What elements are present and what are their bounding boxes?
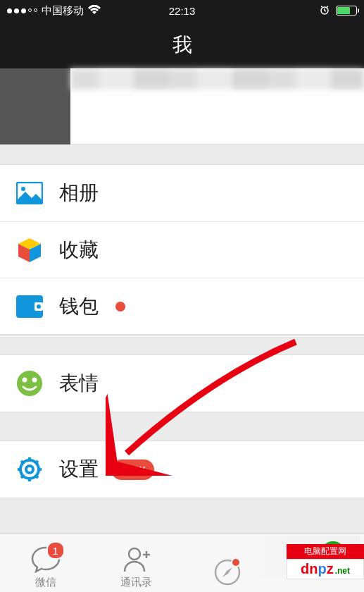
menu-item-album[interactable]: 相册 <box>0 165 364 221</box>
notification-dot-icon <box>115 302 125 312</box>
svg-point-11 <box>129 548 140 560</box>
status-left: 中国移动 <box>7 4 101 18</box>
menu-label: 设置 <box>59 456 99 483</box>
watermark-top: 电脑配置网 <box>287 544 364 559</box>
svg-point-8 <box>32 378 37 383</box>
new-badge: new <box>111 460 154 480</box>
svg-point-7 <box>23 378 27 383</box>
menu-group-3: 设置 new <box>0 440 364 498</box>
tab-label: 通讯录 <box>120 576 152 589</box>
nav-header: 我 <box>0 21 364 68</box>
avatar <box>0 68 70 144</box>
menu-label: 钱包 <box>59 293 99 320</box>
alarm-icon <box>319 4 330 18</box>
watermark: 电脑配置网 dn p z .net <box>287 544 364 579</box>
menu-label: 相册 <box>59 180 99 206</box>
menu-group-1: 相册 收藏 钱包 <box>0 164 364 335</box>
contacts-icon <box>122 544 151 574</box>
menu-label: 收藏 <box>59 237 99 264</box>
status-bar: 中国移动 22:13 <box>0 0 364 21</box>
tab-contacts[interactable]: 通讯录 <box>91 534 182 592</box>
battery-icon <box>336 6 357 16</box>
status-right <box>319 4 357 18</box>
profile-info <box>70 68 364 90</box>
carrier-label: 中国移动 <box>42 4 84 18</box>
profile-row[interactable] <box>0 68 364 144</box>
clock-label: 22:13 <box>169 5 196 17</box>
image-icon <box>15 179 44 207</box>
menu-item-wallet[interactable]: 钱包 <box>0 278 364 334</box>
signal-icon <box>7 8 37 13</box>
cube-icon <box>15 236 44 264</box>
svg-point-6 <box>17 371 42 396</box>
menu-item-settings[interactable]: 设置 new <box>0 441 364 498</box>
menu-item-stickers[interactable]: 表情 <box>0 355 364 412</box>
tab-chats[interactable]: 1 微信 <box>0 534 91 592</box>
svg-point-5 <box>37 304 41 309</box>
gear-icon <box>15 455 44 483</box>
menu-group-2: 表情 <box>0 354 364 412</box>
badge-count: 1 <box>46 541 65 560</box>
svg-point-10 <box>26 466 33 473</box>
smiley-icon <box>15 369 44 397</box>
tab-label: 微信 <box>35 576 56 589</box>
watermark-bottom: dn p z .net <box>287 559 364 579</box>
menu-item-favorites[interactable]: 收藏 <box>0 221 364 278</box>
svg-point-2 <box>21 187 25 191</box>
page-title: 我 <box>172 32 192 58</box>
chat-bubble-icon: 1 <box>31 544 61 574</box>
menu-label: 表情 <box>59 370 99 397</box>
wifi-icon <box>88 5 101 17</box>
wallet-icon <box>15 292 44 321</box>
